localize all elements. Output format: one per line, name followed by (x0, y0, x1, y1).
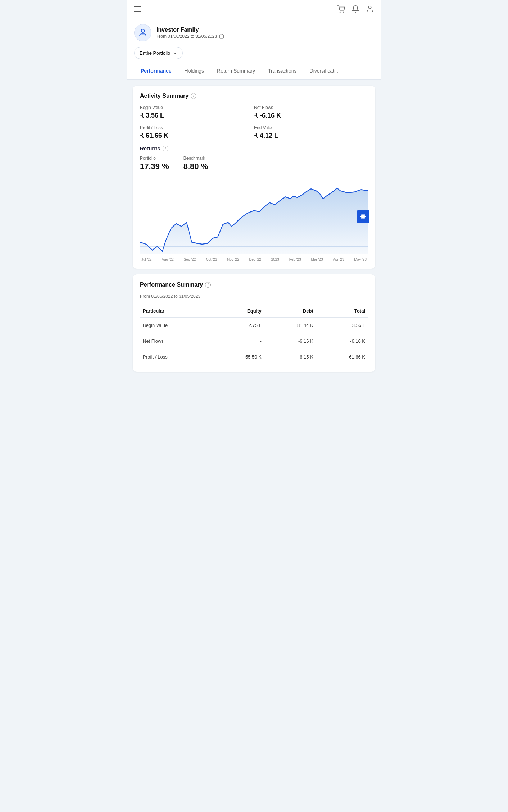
col-debt: Debt (264, 305, 316, 318)
table-row: Begin Value 2.75 L 81.44 K 3.56 L (140, 318, 368, 333)
tab-performance[interactable]: Performance (134, 63, 178, 80)
table-row: Net Flows - -6.16 K -6.16 K (140, 333, 368, 349)
row2-particular: Profit / Loss (140, 349, 213, 365)
chart-label-sep22: Sep '22 (184, 257, 196, 261)
row1-particular: Net Flows (140, 333, 213, 349)
end-value-metric: End Value ₹ 4.12 L (254, 125, 368, 140)
end-value: ₹ 4.12 L (254, 132, 368, 140)
date-range-text: From 01/06/2022 to 31/05/2023 (157, 34, 217, 39)
begin-value: ₹ 3.56 L (140, 111, 254, 119)
portfolio-return-value: 17.39 % (140, 162, 169, 171)
performance-chart[interactable] (140, 177, 368, 256)
tab-return-summary[interactable]: Return Summary (210, 63, 262, 80)
row1-total: -6.16 K (316, 333, 368, 349)
perf-summary-date: From 01/06/2022 to 31/05/2023 (140, 294, 368, 299)
chart-label-oct22: Oct '22 (206, 257, 217, 261)
portfolio-dropdown[interactable]: Entire Portfolio (134, 47, 183, 59)
portfolio-return-label: Portfolio (140, 156, 169, 161)
row1-debt: -6.16 K (264, 333, 316, 349)
tab-holdings[interactable]: Holdings (178, 63, 210, 80)
performance-summary-table: Particular Equity Debt Total Begin Value… (140, 305, 368, 365)
row2-debt: 6.15 K (264, 349, 316, 365)
col-total: Total (316, 305, 368, 318)
performance-summary-card: Performance Summary i From 01/06/2022 to… (133, 274, 375, 372)
returns-section: Returns i Portfolio 17.39 % Benchmark 8.… (140, 145, 368, 171)
profit-loss-metric: Profit / Loss ₹ 61.66 K (140, 125, 254, 140)
net-flows-value: ₹ -6.16 K (254, 111, 368, 119)
row2-equity: 55.50 K (213, 349, 264, 365)
chart-label-dec22: Dec '22 (249, 257, 261, 261)
header-right (337, 5, 374, 13)
begin-value-metric: Begin Value ₹ 3.56 L (140, 105, 254, 119)
chart-label-nov22: Nov '22 (227, 257, 239, 261)
col-equity: Equity (213, 305, 264, 318)
investor-name: Investor Family (157, 27, 224, 33)
perf-summary-header: Performance Summary i From 01/06/2022 to… (140, 282, 368, 299)
tab-diversification[interactable]: Diversificati... (303, 63, 346, 80)
profile-info: Investor Family From 01/06/2022 to 31/05… (157, 27, 224, 39)
chart-settings-fab[interactable] (357, 210, 369, 223)
perf-summary-info-icon[interactable]: i (205, 282, 211, 288)
begin-value-label: Begin Value (140, 105, 254, 110)
chart-label-aug22: Aug '22 (162, 257, 174, 261)
chart-label-jul22: Jul '22 (141, 257, 152, 261)
row1-equity: - (213, 333, 264, 349)
row2-total: 61.66 K (316, 349, 368, 365)
tab-bar: Performance Holdings Return Summary Tran… (127, 63, 381, 80)
calendar-icon[interactable] (219, 34, 224, 39)
main-content: Activity Summary i Begin Value ₹ 3.56 L … (127, 80, 381, 383)
col-particular: Particular (140, 305, 213, 318)
chart-label-mar23: Mar '23 (311, 257, 323, 261)
tab-transactions[interactable]: Transactions (262, 63, 303, 80)
header-left (134, 6, 141, 12)
portfolio-selector-area: Entire Portfolio (127, 45, 381, 63)
cart-icon[interactable] (337, 5, 345, 13)
svg-point-0 (340, 12, 340, 12)
chevron-down-icon (172, 51, 177, 56)
row0-debt: 81.44 K (264, 318, 316, 333)
profit-loss-label: Profit / Loss (140, 125, 254, 130)
chart-label-apr23: Apr '23 (333, 257, 344, 261)
chart-label-feb23: Feb '23 (289, 257, 301, 261)
net-flows-metric: Net Flows ₹ -6.16 K (254, 105, 368, 119)
profit-loss-value: ₹ 61.66 K (140, 132, 254, 140)
row0-equity: 2.75 L (213, 318, 264, 333)
chart-area (140, 177, 368, 256)
table-header-row: Particular Equity Debt Total (140, 305, 368, 318)
returns-row: Portfolio 17.39 % Benchmark 8.80 % (140, 156, 368, 171)
activity-summary-card: Activity Summary i Begin Value ₹ 3.56 L … (133, 86, 375, 269)
end-value-label: End Value (254, 125, 368, 130)
avatar (134, 24, 151, 41)
activity-info-icon[interactable]: i (191, 93, 196, 99)
portfolio-return: Portfolio 17.39 % (140, 156, 169, 171)
svg-point-2 (368, 6, 371, 9)
table-row: Profit / Loss 55.50 K 6.15 K 61.66 K (140, 349, 368, 365)
chart-label-2023: 2023 (271, 257, 279, 261)
svg-point-1 (343, 12, 344, 12)
metrics-row: Begin Value ₹ 3.56 L Net Flows ₹ -6.16 K (140, 105, 368, 119)
portfolio-label: Entire Portfolio (140, 50, 170, 56)
hamburger-menu[interactable] (134, 6, 141, 12)
returns-info-icon[interactable]: i (163, 146, 168, 151)
chart-label-may23: May '23 (354, 257, 367, 261)
notification-icon[interactable] (351, 5, 359, 13)
profile-row: Investor Family From 01/06/2022 to 31/05… (127, 18, 381, 45)
perf-summary-title: Performance Summary i (140, 282, 368, 288)
benchmark-return-value: 8.80 % (183, 162, 208, 171)
returns-title: Returns i (140, 145, 368, 151)
row0-particular: Begin Value (140, 318, 213, 333)
benchmark-return: Benchmark 8.80 % (183, 156, 208, 171)
svg-rect-4 (220, 35, 224, 38)
user-icon[interactable] (366, 5, 374, 13)
chart-x-labels: Jul '22 Aug '22 Sep '22 Oct '22 Nov '22 … (140, 257, 368, 261)
benchmark-return-label: Benchmark (183, 156, 208, 161)
date-range-row: From 01/06/2022 to 31/05/2023 (157, 34, 224, 39)
activity-summary-title: Activity Summary i (140, 93, 368, 99)
row0-total: 3.56 L (316, 318, 368, 333)
net-flows-label: Net Flows (254, 105, 368, 110)
metrics-row-2: Profit / Loss ₹ 61.66 K End Value ₹ 4.12… (140, 125, 368, 140)
header (127, 0, 381, 18)
svg-point-3 (141, 29, 145, 32)
